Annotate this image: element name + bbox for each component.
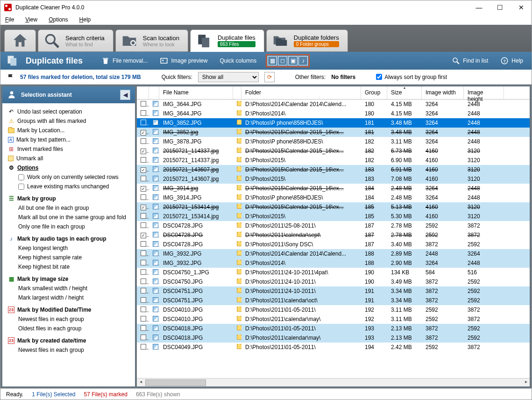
th-image-width[interactable]: Image width bbox=[422, 86, 464, 99]
sidebar-groups-marked[interactable]: ⚠Groups with all files marked bbox=[5, 116, 132, 126]
table-row[interactable]: 20150721_153414.jpgD:\Photos\2015\1855.3… bbox=[137, 212, 530, 221]
row-checkbox[interactable]: ✓ bbox=[141, 167, 146, 173]
tab-scan-location[interactable]: Scan locationWhere to look bbox=[115, 29, 188, 52]
refresh-button[interactable]: ⟳ bbox=[264, 72, 275, 82]
sidebar-opt-selected-rows[interactable]: Work only on currently selected rows bbox=[15, 172, 132, 182]
menu-view[interactable]: View bbox=[25, 16, 37, 23]
menu-options[interactable]: Options bbox=[49, 16, 68, 23]
help-button[interactable]: ?Help bbox=[497, 55, 526, 66]
table-row[interactable]: DSC04018.JPGD:\Photos\2011\01-05-2011\19… bbox=[137, 324, 530, 333]
table-row[interactable]: DSC04049.JPGD:\Photos\2011\01-05-2011\19… bbox=[137, 343, 530, 352]
sidebar-bg1[interactable]: All but one file in each group bbox=[15, 203, 132, 213]
sidebar-bm1[interactable]: Newest files in each group bbox=[15, 314, 132, 324]
table-row[interactable]: DSC04751.JPGD:\Photos\2011\calendar\oct\… bbox=[137, 296, 530, 305]
sidebar-bc1[interactable]: Newest files in each group bbox=[15, 345, 132, 355]
close-button[interactable]: ✕ bbox=[511, 0, 532, 14]
image-preview-button[interactable]: Image preview bbox=[157, 55, 210, 66]
th-size[interactable]: Size bbox=[387, 86, 422, 99]
table-row[interactable]: DSC04018.JPGD:\Photos\2011\calendar\may\… bbox=[137, 333, 530, 343]
sidebar-ba2[interactable]: Keep highest sample rate bbox=[15, 253, 132, 262]
table-row[interactable]: IMG_3932.JPGD:\Photos\2014\Calendar 2014… bbox=[137, 249, 530, 258]
file-removal-button[interactable]: File removal... bbox=[99, 55, 150, 66]
sidebar-opt-leave-marks[interactable]: Leave existing marks unchanged bbox=[15, 182, 132, 191]
tab-search-criteria[interactable]: Search criteriaWhat to find bbox=[38, 29, 113, 52]
menu-help[interactable]: Help bbox=[79, 16, 91, 23]
table-row[interactable]: 20150721_114337.jpgD:\Photos\2015\1826.9… bbox=[137, 156, 530, 165]
row-checkbox[interactable]: ✓ bbox=[141, 205, 146, 210]
sidebar-body[interactable]: ↶Undo last select operation ⚠Groups with… bbox=[2, 103, 135, 386]
table-row[interactable]: DSC04750.JPGD:\Photos\2011\24-10-2011\19… bbox=[137, 277, 530, 286]
table-row[interactable]: DSC04010.JPGD:\Photos\2011\calendar\may\… bbox=[137, 314, 530, 324]
row-checkbox[interactable] bbox=[141, 110, 146, 116]
row-checkbox[interactable] bbox=[141, 316, 146, 321]
table-row[interactable]: ✓20150721_114337.jpgD:\Photos\2015\Calen… bbox=[137, 146, 530, 156]
table-row[interactable]: ✓IMG_3914.jpgD:\Photos\2015\Calendar 201… bbox=[137, 184, 530, 193]
row-checkbox[interactable] bbox=[141, 279, 146, 284]
tab-duplicate-folders[interactable]: Duplicate folders0 Folder groups bbox=[266, 29, 348, 52]
qc-grid-icon[interactable]: ▦ bbox=[268, 56, 277, 65]
always-sort-checkbox[interactable]: Always sort by group first bbox=[376, 74, 447, 80]
sidebar-unmark[interactable]: Unmark all bbox=[5, 154, 132, 163]
qc-window-icon[interactable]: ◻ bbox=[278, 56, 287, 65]
find-in-list-button[interactable]: Find in list bbox=[449, 55, 491, 66]
row-checkbox[interactable] bbox=[141, 250, 146, 256]
table-row[interactable]: ✓20150721_143607.jpgD:\Photos\2015\Calen… bbox=[137, 165, 530, 174]
table-body[interactable]: IMG_3644.JPGD:\Photos\2014\Calendar 2014… bbox=[137, 100, 530, 378]
th-image-height[interactable]: Image height bbox=[464, 86, 504, 99]
row-checkbox[interactable] bbox=[141, 335, 146, 340]
sidebar-ba1[interactable]: Keep longest length bbox=[15, 243, 132, 253]
table-row[interactable]: ✓20150721_153414.jpgD:\Photos\2015\Calen… bbox=[137, 202, 530, 212]
horizontal-scrollbar[interactable] bbox=[137, 378, 530, 386]
qc-music-icon[interactable]: ♪ bbox=[298, 56, 308, 65]
row-checkbox[interactable] bbox=[141, 120, 146, 125]
row-checkbox[interactable] bbox=[141, 297, 146, 303]
table-row[interactable]: IMG_3932.JPGD:\Photos\2014\1882.90 MB326… bbox=[137, 258, 530, 268]
row-checkbox[interactable] bbox=[141, 307, 146, 312]
row-checkbox[interactable] bbox=[141, 157, 146, 163]
row-checkbox[interactable] bbox=[141, 260, 146, 265]
th-folder[interactable]: Folder bbox=[241, 86, 361, 99]
table-row[interactable]: IMG_3914.JPGD:\Photos\P phone\858HDJES\1… bbox=[137, 193, 530, 202]
row-checkbox[interactable] bbox=[141, 222, 146, 228]
row-checkbox[interactable]: ✓ bbox=[141, 130, 146, 136]
sidebar-by-created[interactable]: 23Mark by created date/time bbox=[5, 336, 132, 345]
row-checkbox[interactable]: ✓ bbox=[141, 149, 146, 154]
menu-file[interactable]: File bbox=[5, 16, 14, 23]
sidebar-by-modified[interactable]: 23Mark by Modified Date/Time bbox=[5, 305, 132, 314]
th-checkbox[interactable] bbox=[137, 86, 149, 99]
quick-filter-select[interactable]: Show all bbox=[198, 72, 259, 82]
sidebar-by-location[interactable]: Mark by Location... bbox=[5, 126, 132, 135]
sidebar-bi1[interactable]: Mark smallest width / height bbox=[15, 284, 132, 293]
table-row[interactable]: DSC04750_1.JPGD:\Photos\2011\24-10-2011\… bbox=[137, 268, 530, 277]
sidebar-by-image[interactable]: ▦Mark by image size bbox=[5, 274, 132, 284]
sidebar-bg3[interactable]: Only one file in each group bbox=[15, 222, 132, 231]
tab-duplicate-files[interactable]: Duplicate files663 Files bbox=[190, 29, 264, 52]
table-row[interactable]: 20150721_143607.jpgD:\Photos\2015\1837.0… bbox=[137, 174, 530, 184]
row-checkbox[interactable] bbox=[141, 194, 146, 200]
th-filename[interactable]: File Name bbox=[159, 86, 233, 99]
sidebar-bg2[interactable]: Mark all but one in the same group and f… bbox=[15, 213, 132, 222]
row-checkbox[interactable] bbox=[141, 325, 146, 331]
sidebar-by-group[interactable]: ☰Mark by group bbox=[5, 194, 132, 203]
row-checkbox[interactable] bbox=[141, 101, 146, 107]
sidebar-by-text[interactable]: AMark by text pattern... bbox=[5, 135, 132, 144]
row-checkbox[interactable] bbox=[141, 288, 146, 293]
sidebar-undo[interactable]: ↶Undo last select operation bbox=[5, 107, 132, 116]
table-row[interactable]: DSC04010.JPGD:\Photos\2011\01-05-2011\19… bbox=[137, 305, 530, 314]
table-row[interactable]: DSC04728.JPGD:\Photos\2011\Sony DSC\1873… bbox=[137, 240, 530, 249]
sidebar-ba3[interactable]: Keep highest bit rate bbox=[15, 262, 132, 271]
row-checkbox[interactable] bbox=[141, 138, 146, 144]
table-row[interactable]: IMG_3878.JPGD:\Photos\P phone\858HDJES\1… bbox=[137, 137, 530, 146]
table-row[interactable]: IMG_3644.JPGD:\Photos\2014\1804.15 MB326… bbox=[137, 109, 530, 118]
th-icon[interactable] bbox=[149, 86, 159, 99]
row-checkbox[interactable]: ✓ bbox=[141, 186, 146, 192]
sidebar-invert[interactable]: ⊞Invert marked files bbox=[5, 144, 132, 154]
table-row[interactable]: ✓IMG_3852.jpgD:\Photos\2015\Calendar 201… bbox=[137, 128, 530, 137]
sidebar-by-audio[interactable]: ♪Mark by audio tags in each group bbox=[5, 234, 132, 243]
tab-home[interactable] bbox=[4, 29, 36, 52]
row-checkbox[interactable]: ✓ bbox=[141, 233, 146, 238]
row-checkbox[interactable] bbox=[141, 269, 146, 275]
row-checkbox[interactable] bbox=[141, 213, 146, 219]
table-row[interactable]: IMG_3852.JPGD:\Photos\P phone\858HDJES\1… bbox=[137, 118, 530, 128]
row-checkbox[interactable] bbox=[141, 344, 146, 350]
